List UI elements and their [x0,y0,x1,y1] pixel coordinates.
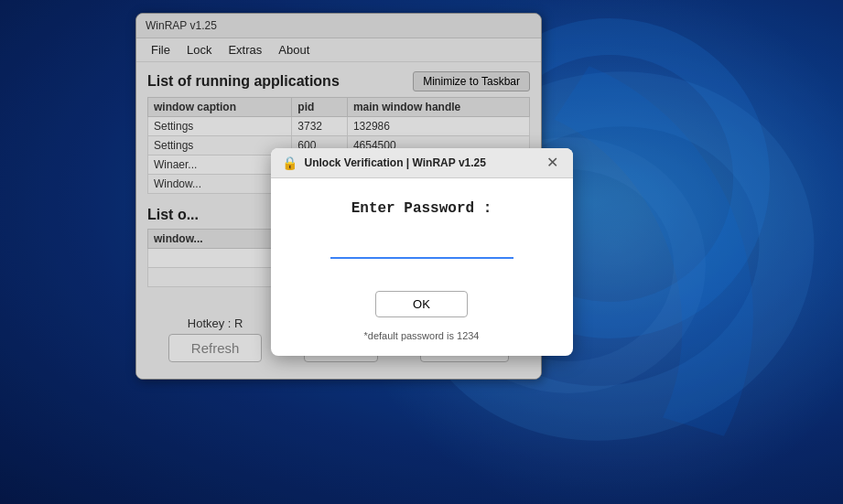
lock-icon: 🔒 [282,155,297,170]
password-label: Enter Password : [293,200,551,217]
modal-overlay: 🔒 Unlock Verification | WinRAP v1.25 ✕ E… [0,0,843,504]
modal-title-bar: 🔒 Unlock Verification | WinRAP v1.25 ✕ [271,148,573,178]
unlock-modal: 🔒 Unlock Verification | WinRAP v1.25 ✕ E… [271,148,573,356]
ok-button[interactable]: OK [375,291,468,317]
modal-body: Enter Password : OK *default password is… [271,178,573,356]
modal-close-button[interactable]: ✕ [543,155,562,170]
modal-title-text: Unlock Verification | WinRAP v1.25 [305,156,535,169]
default-password-note: *default password is 1234 [293,330,551,341]
password-input[interactable] [330,235,513,259]
